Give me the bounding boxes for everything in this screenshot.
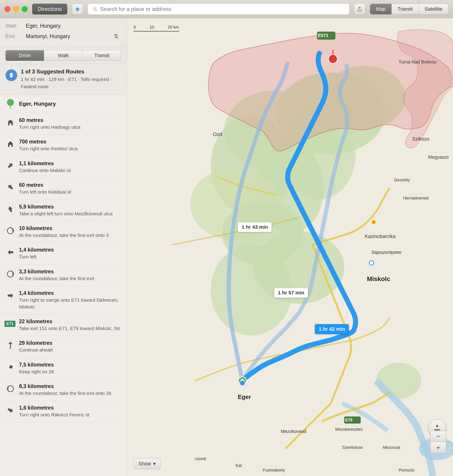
direction-step-3[interactable]: 1,1 kilometres Continue onto Maklári út — [0, 156, 127, 178]
route-time-2[interactable]: 1 hr 57 min — [274, 288, 308, 298]
show-label: Show — [138, 461, 151, 467]
minimize-button[interactable] — [13, 6, 19, 12]
map-background: Kazincbarcika Sajoszentpeter Miskolc Ege… — [127, 18, 453, 476]
svg-text:Turna Nad Bodvou: Turna Nad Bodvou — [399, 59, 437, 64]
direction-step-13[interactable]: 8,3 kilometres At the roundabout, take t… — [0, 379, 127, 401]
map-view-map-button[interactable]: Map — [370, 4, 392, 14]
svg-point-0 — [7, 99, 14, 106]
step-13-icon — [6, 384, 15, 394]
maximize-button[interactable] — [22, 6, 28, 12]
route-time-1[interactable]: 1 hr 43 min — [238, 222, 272, 232]
step-12-content: 7,5 kilometres Keep right on 26 — [19, 362, 54, 375]
step-12-distance: 7,5 kilometres — [19, 362, 54, 368]
direction-step-1[interactable]: 60 metres Turn right onto Hadnagy utca — [0, 113, 127, 135]
step-6-icon — [6, 226, 15, 236]
map-view-buttons: Map Transit Satellite — [370, 4, 449, 14]
location-button[interactable] — [72, 3, 83, 15]
search-icon — [92, 7, 97, 12]
direction-step-14[interactable]: 1,6 kilometres Turn right onto Rákóczi F… — [0, 401, 127, 422]
direction-step-12[interactable]: 7,5 kilometres Keep right on 26 — [0, 358, 127, 379]
step-6-instruction: At the roundabout, take the first exit o… — [19, 232, 109, 238]
step-1-icon — [6, 118, 15, 128]
step-5-distance: 5,9 kilometres — [19, 204, 113, 210]
compass-arrow: ▲ — [435, 423, 439, 428]
scale-labels: 0 10 20 km — [134, 25, 179, 30]
zoom-out-button[interactable]: − — [430, 431, 446, 442]
svg-point-42 — [240, 380, 245, 386]
step-2-icon — [6, 139, 15, 149]
direction-step-9[interactable]: 1,4 kilometres Turn right to merge onto … — [0, 286, 127, 314]
direction-step-8[interactable]: 3,3 kilometres At the roundabout, take t… — [0, 265, 127, 286]
start-point-item[interactable]: Eger, Hungary — [0, 95, 127, 113]
step-8-instruction: At the roundabout, take the first exit — [19, 275, 94, 282]
svg-text:Fuzesabony: Fuzesabony — [263, 468, 285, 472]
step-7-distance: 1,4 kilometres — [19, 247, 54, 253]
main-content: Start: Eger, Hungary End: Martonyi, Hung… — [0, 18, 453, 476]
direction-step-2[interactable]: 700 metres Turn right onto Kertész utca — [0, 135, 127, 156]
tab-drive[interactable]: Drive — [6, 50, 44, 61]
svg-point-15 — [376, 363, 421, 399]
step-12-icon — [6, 362, 15, 372]
share-icon — [357, 7, 362, 12]
step-2-distance: 700 metres — [19, 139, 78, 145]
direction-step-7[interactable]: 1,4 kilometres Turn left — [0, 243, 127, 264]
map-area[interactable]: Kazincbarcika Sajoszentpeter Miskolc Ege… — [127, 18, 453, 476]
route-time-3[interactable]: 1 hr 42 min — [315, 324, 349, 334]
search-bar[interactable] — [88, 3, 349, 15]
map-view-satellite-button[interactable]: Satellite — [419, 4, 448, 14]
direction-step-11[interactable]: 29 kilometres Continue ahead — [0, 336, 127, 357]
step-3-content: 1,1 kilometres Continue onto Maklári út — [19, 160, 71, 174]
step-2-instruction: Turn right onto Kertész utca — [19, 145, 78, 152]
svg-text:Gesztely: Gesztely — [394, 178, 410, 182]
step-7-content: 1,4 kilometres Turn left — [19, 247, 54, 260]
step-13-distance: 8,3 kilometres — [19, 383, 111, 389]
swap-button[interactable]: ⇅ — [111, 31, 121, 41]
step-7-icon — [6, 247, 15, 257]
step-11-icon — [6, 340, 15, 350]
close-button[interactable] — [5, 6, 10, 12]
route-inputs: Start: Eger, Hungary End: Martonyi, Hung… — [0, 18, 127, 47]
show-dropdown[interactable]: Show ▾ — [134, 458, 160, 469]
route-title: 1 of 3 Suggested Routes — [21, 68, 121, 75]
step-5-instruction: Take a slight left turn onto Mezőkövesdi… — [19, 210, 113, 217]
step-5-icon — [6, 204, 15, 214]
direction-step-10[interactable]: E71 22 kilometres Take exit 151 onto E71… — [0, 314, 127, 336]
step-1-content: 60 metres Turn right onto Hadnagy utca — [19, 117, 80, 130]
direction-step-6[interactable]: 10 kilometres At the roundabout, take th… — [0, 221, 127, 243]
step-4-icon — [6, 182, 15, 192]
directions-button[interactable]: Directions — [32, 4, 67, 14]
step-11-content: 29 kilometres Continue ahead — [19, 340, 53, 353]
svg-text:Kat: Kat — [236, 463, 242, 468]
tab-walk[interactable]: Walk — [44, 50, 83, 61]
end-label: End: — [6, 33, 26, 39]
step-14-instruction: Turn right onto Rákóczi Ferenc út — [19, 411, 90, 418]
route-summary[interactable]: 1 of 3 Suggested Routes 1 hr 42 min · 12… — [0, 64, 127, 95]
traffic-lights — [5, 6, 28, 12]
svg-text:Miskolc: Miskolc — [367, 275, 390, 282]
search-input[interactable] — [100, 6, 345, 12]
step-8-distance: 3,3 kilometres — [19, 269, 94, 275]
step-9-instruction: Turn right to merge onto E71 toward Debr… — [19, 297, 121, 310]
step-10-content: 22 kilometres Take exit 151 onto E71, E7… — [19, 318, 120, 332]
step-4-instruction: Turn left onto Kistályai út — [19, 188, 71, 195]
direction-step-4[interactable]: 60 metres Turn left onto Kistályai út — [0, 178, 127, 200]
share-button[interactable] — [354, 3, 365, 15]
direction-step-5[interactable]: 5,9 kilometres Take a slight left turn o… — [0, 200, 127, 221]
svg-text:csond: csond — [195, 456, 206, 461]
scale-bar: 0 10 20 km — [134, 25, 179, 31]
step-2-content: 700 metres Turn right onto Kertész utca — [19, 139, 78, 152]
step-10-icon: E71 — [6, 319, 15, 329]
step-13-instruction: At the roundabout, take the first exit o… — [19, 390, 111, 397]
step-6-distance: 10 kilometres — [19, 225, 109, 231]
start-label: Start: — [6, 23, 26, 29]
end-value: Martonyi, Hungary — [26, 33, 111, 39]
step-13-content: 8,3 kilometres At the roundabout, take t… — [19, 383, 111, 397]
directions-list: Eger, Hungary 60 metres Turn right onto … — [0, 95, 127, 476]
chevron-down-icon: ▾ — [153, 461, 156, 467]
step-1-instruction: Turn right onto Hadnagy utca — [19, 124, 80, 130]
step-9-icon — [6, 291, 15, 301]
zoom-in-button[interactable]: + — [430, 442, 446, 453]
svg-text:Hernadnemeti: Hernadnemeti — [403, 196, 429, 200]
tab-transit[interactable]: Transit — [83, 50, 121, 61]
map-view-transit-button[interactable]: Transit — [392, 4, 418, 14]
